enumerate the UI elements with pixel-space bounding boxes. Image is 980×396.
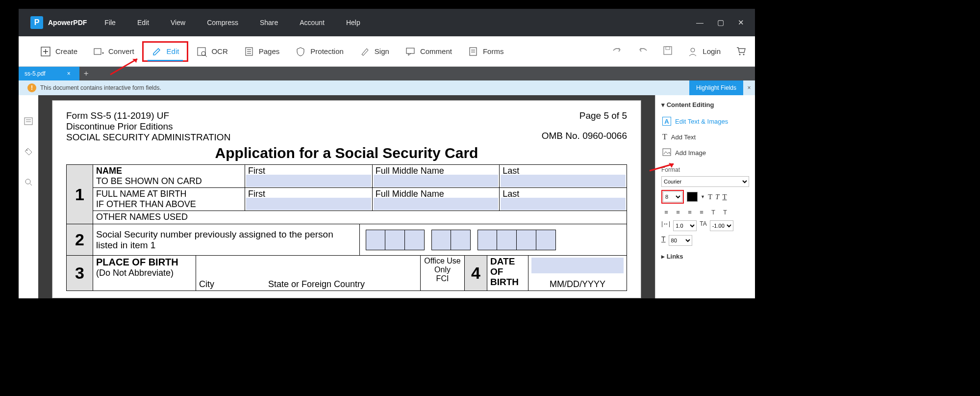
tab-close-icon[interactable]: × (67, 70, 71, 77)
ssn-box[interactable] (497, 230, 517, 250)
align-top-icon[interactable]: T (708, 208, 718, 216)
ssn-box[interactable] (385, 230, 405, 250)
ssn-box[interactable] (536, 230, 556, 250)
font-select[interactable]: Courier (661, 176, 749, 187)
svg-point-5 (201, 52, 205, 55)
ssn-box[interactable] (517, 230, 536, 250)
menu-edit[interactable]: Edit (137, 19, 149, 26)
ssn-box[interactable] (405, 230, 425, 250)
discontinue-text: Discontinue Prior Editions (66, 121, 230, 132)
menu-account[interactable]: Account (300, 19, 325, 26)
ssn-box[interactable] (477, 230, 497, 250)
app-name: ApowerPDF (48, 19, 87, 26)
tool-sign[interactable]: Sign (352, 41, 397, 62)
ssn-box[interactable] (431, 230, 451, 250)
middle-name-field[interactable] (374, 175, 499, 187)
align-left-icon[interactable]: ≡ (661, 208, 671, 216)
document-tab[interactable]: ss-5.pdf× (19, 67, 79, 80)
right-panel: ▾ Content Editing AEdit Text & Images TA… (655, 95, 755, 298)
add-tab-icon[interactable]: + (79, 67, 93, 80)
section-2-number: 2 (67, 224, 93, 255)
svg-line-6 (205, 55, 207, 57)
cart-icon[interactable] (735, 46, 746, 57)
minimize-icon[interactable]: — (696, 18, 704, 27)
form-title: Application for a Social Security Card (66, 145, 627, 161)
birth-middle-field[interactable] (374, 198, 499, 210)
add-text[interactable]: TAdd Text (661, 129, 749, 145)
tool-create[interactable]: Create (32, 41, 85, 62)
tool-pages[interactable]: Pages (236, 41, 288, 62)
plus-icon (40, 46, 51, 57)
dob-field[interactable] (531, 258, 624, 273)
search-icon[interactable] (24, 178, 33, 188)
highlight-fields-button[interactable]: Highlight Fields (689, 80, 743, 95)
tag-icon[interactable] (24, 147, 33, 158)
bold-button[interactable]: T (708, 193, 712, 201)
form-number: Form SS-5 (11-2019) UF (66, 110, 230, 121)
tool-protection[interactable]: Protection (287, 41, 352, 62)
tool-forms[interactable]: Forms (460, 41, 512, 62)
menu-view[interactable]: View (171, 19, 185, 26)
svg-point-18 (739, 53, 741, 55)
svg-rect-15 (664, 47, 672, 54)
birth-first-field[interactable] (246, 198, 371, 210)
edit-text-images[interactable]: AEdit Text & Images (661, 113, 749, 129)
shield-icon (295, 46, 306, 57)
first-name-field[interactable] (246, 175, 371, 187)
content-editing-header[interactable]: ▾ Content Editing (661, 101, 749, 108)
menu-share[interactable]: Share (260, 19, 278, 26)
menu-compress[interactable]: Compress (207, 19, 238, 26)
title-bar: P ApowerPDF File Edit View Compress Shar… (19, 9, 755, 36)
left-sidebar (19, 95, 38, 298)
line-height-select[interactable]: 1.0 (673, 220, 697, 231)
color-picker[interactable] (687, 192, 698, 202)
annotation-arrow (647, 160, 681, 175)
app-logo: P (30, 16, 43, 29)
links-header[interactable]: ▸ Links (661, 253, 749, 260)
svg-rect-26 (663, 149, 671, 156)
birth-last-field[interactable] (501, 198, 626, 210)
admin-text: SOCIAL SECURITY ADMINISTRATION (66, 132, 230, 143)
last-name-field[interactable] (501, 175, 626, 187)
omb-number: OMB No. 0960-0066 (542, 131, 627, 141)
close-icon[interactable]: ✕ (738, 18, 744, 27)
undo-icon[interactable] (637, 46, 648, 57)
image-icon (662, 148, 671, 158)
svg-rect-3 (94, 49, 101, 54)
pen-icon (359, 46, 370, 57)
letter-spacing-select[interactable]: -1.00 (710, 220, 733, 231)
align-right-icon[interactable]: ≡ (685, 208, 695, 216)
svg-point-23 (26, 150, 27, 151)
ssn-box[interactable] (366, 230, 385, 250)
login-button[interactable]: Login (687, 41, 721, 62)
tool-edit[interactable]: Edit (142, 41, 189, 62)
svg-point-24 (25, 179, 30, 184)
svg-rect-11 (406, 48, 414, 53)
banner-close-icon[interactable]: × (743, 84, 755, 91)
align-bottom-icon[interactable]: T (720, 208, 730, 216)
italic-button[interactable]: T (715, 193, 719, 201)
ocr-icon (196, 46, 207, 57)
ssn-box[interactable] (451, 230, 471, 250)
redo-icon[interactable] (612, 46, 623, 57)
tool-comment[interactable]: Comment (397, 41, 460, 62)
color-dropdown-icon[interactable]: ▼ (701, 194, 705, 199)
menu-file[interactable]: File (104, 19, 116, 26)
underline-button[interactable]: T (722, 193, 727, 201)
add-image[interactable]: Add Image (661, 145, 749, 160)
section-4-number: 4 (465, 256, 487, 290)
svg-rect-12 (470, 48, 477, 55)
tool-ocr[interactable]: OCR (188, 41, 235, 62)
thumbnails-icon[interactable] (24, 117, 33, 128)
document-area[interactable]: Form SS-5 (11-2019) UF Discontinue Prior… (38, 95, 655, 298)
font-size-select[interactable]: 8 (663, 191, 682, 202)
scale-select[interactable]: 80 (669, 235, 692, 246)
form-banner: ! This document contains interactive for… (19, 80, 755, 95)
alert-icon: ! (27, 83, 36, 92)
align-center-icon[interactable]: ≡ (673, 208, 683, 216)
svg-rect-16 (666, 47, 670, 50)
maximize-icon[interactable]: ▢ (717, 18, 724, 27)
menu-help[interactable]: Help (346, 19, 360, 26)
save-icon[interactable] (663, 46, 673, 57)
align-justify-icon[interactable]: ≡ (697, 208, 706, 216)
